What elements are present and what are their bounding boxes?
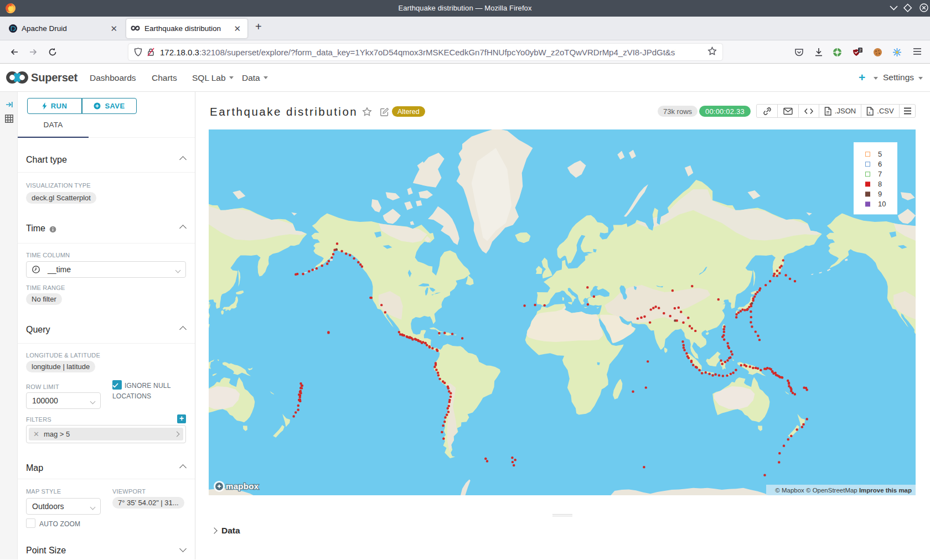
svg-text:5: 5 [878, 150, 882, 158]
svg-text:6: 6 [878, 160, 882, 168]
svg-text:8: 8 [878, 180, 882, 188]
svg-text:2: 2 [859, 48, 861, 53]
svg-text:© Mapbox © OpenStreetMap Impro: © Mapbox © OpenStreetMap Improve this ma… [775, 487, 912, 494]
svg-text:7: 7 [878, 170, 882, 178]
svg-text:10: 10 [878, 200, 886, 208]
svg-text:x: x [869, 111, 871, 115]
svg-text:9: 9 [878, 190, 882, 198]
svg-text:mapbox: mapbox [226, 481, 259, 491]
